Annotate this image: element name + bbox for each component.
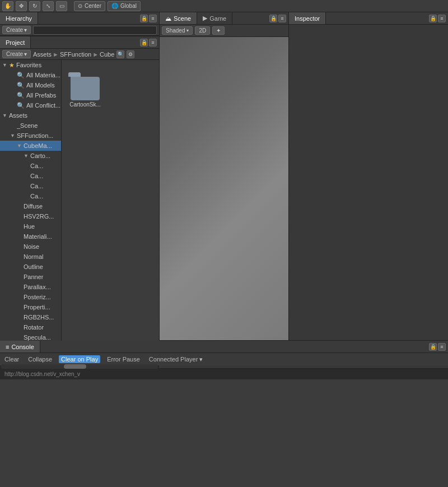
project-menu-btn[interactable]: ≡ [149,39,157,47]
inspector-menu-btn[interactable]: ≡ [438,15,446,22]
project-tab-bar: Project 🔒 ≡ [0,36,159,49]
rotate-tool-icon[interactable]: ↻ [29,1,40,11]
tree-item-ca2[interactable]: Ca... [0,171,61,181]
materiali-label: Materiali... [24,233,52,240]
properti-label: Properti... [24,304,50,310]
breadcrumb-assets[interactable]: Assets [33,51,52,58]
console-menu-btn[interactable]: ≡ [438,343,446,351]
console-tab-label: Console [11,344,34,350]
global-button[interactable]: 🌐 Global [108,1,141,11]
hierarchy-lock-btn[interactable]: 🔒 [140,15,148,22]
tab-console[interactable]: ≡ Console [0,341,40,353]
tree-item-properti[interactable]: Properti... [0,302,61,312]
breadcrumb-sffunction[interactable]: SFFunction [60,51,91,58]
tree-item-normal[interactable]: Normal [0,252,61,262]
project-create-button[interactable]: Create ▾ [2,50,31,58]
hierarchy-toolbar: Create ▾ [0,25,159,36]
tree-item-rotator[interactable]: Rotator [0,322,61,332]
tab-game[interactable]: ▶ Game [197,12,232,24]
ca2-label: Ca... [30,173,43,179]
folder-cartoonsk[interactable]: CartoonSk... [66,64,104,110]
hierarchy-menu-btn[interactable]: ≡ [149,15,157,22]
breadcrumb-cube[interactable]: Cube [100,51,114,58]
scene-panel: ⛰ Scene ▶ Game 🔒 ≡ Shaded ▾ 2D ✦ [160,12,288,340]
project-settings-btn[interactable]: ⚙ [127,50,134,58]
all-models-icon: 🔍 [17,82,25,89]
project-search-btn[interactable]: 🔍 [116,50,124,58]
tree-item-all-prefabs[interactable]: 🔍 All Prefabs [0,90,61,100]
hierarchy-search-input[interactable] [33,26,157,35]
tree-item-hue[interactable]: Hue [0,221,61,231]
tree-item-favorites[interactable]: ▼ ★ Favorites [0,60,61,70]
favorites-star-icon: ★ [9,62,15,69]
globe-icon: 🌐 [111,3,118,9]
inspector-lock-btn[interactable]: 🔒 [429,15,437,22]
scene-lock-btn[interactable]: 🔒 [269,15,277,22]
tree-item-parallax[interactable]: Parallax... [0,282,61,292]
gizmos-button[interactable]: ✦ [212,26,225,35]
noise-label: Noise [24,243,39,250]
tree-item-ca1[interactable]: Ca... [0,161,61,171]
project-toolbar: Create ▾ Assets ► SFFunction ► Cube 🔍 ⚙ [0,49,159,60]
hand-tool-icon[interactable]: ✋ [2,1,13,11]
console-collapse-button[interactable]: Collapse [26,355,54,363]
tree-item-ca3[interactable]: Ca... [0,181,61,191]
hierarchy-create-button[interactable]: Create ▾ [2,26,31,34]
gizmos-icon: ✦ [216,27,221,34]
tab-inspector[interactable]: Inspector [289,12,326,24]
assets-arrow-icon: ▼ [2,113,9,118]
console-lock-btn[interactable]: 🔒 [429,343,437,351]
tree-item-rgb2hs[interactable]: RGB2HS... [0,312,61,322]
tree-item-all-conflicts[interactable]: 🔍 All Conflict... [0,100,61,110]
shaded-dropdown[interactable]: Shaded ▾ [162,26,193,35]
tab-hierarchy[interactable]: Hierarchy [0,12,38,24]
tree-item-sffunction[interactable]: ▼ SFFunction... [0,131,61,141]
ca3-label: Ca... [30,183,43,189]
panner-label: Panner [24,273,43,280]
tree-item-panner[interactable]: Panner [0,272,61,282]
tree-item-noise[interactable]: Noise [0,242,61,252]
project-lock-btn[interactable]: 🔒 [140,39,148,47]
breadcrumb-sep1: ► [53,51,59,58]
tree-item-materiali[interactable]: Materiali... [0,231,61,242]
tree-item-ca4[interactable]: Ca... [0,191,61,201]
scene-tab-label: Scene [174,15,191,22]
project-panel: Project 🔒 ≡ Create ▾ Assets ► SFFunction… [0,36,159,369]
breadcrumb: Assets ► SFFunction ► Cube [33,51,114,58]
tab-scene[interactable]: ⛰ Scene [160,12,197,24]
cubema-label: CubeMa... [24,142,52,149]
posteriz-label: Posteriz... [24,294,51,300]
tree-item-hsv2rg[interactable]: HSV2RG... [0,211,61,221]
hierarchy-tab-extra: 🔒 ≡ [138,12,159,24]
tree-item-all-models[interactable]: 🔍 All Models [0,80,61,90]
view-2d-button[interactable]: 2D [195,26,210,35]
tree-item-carto[interactable]: ▼ Carto... [0,151,61,161]
scene-toolbar: Shaded ▾ 2D ✦ [160,25,288,37]
scale-tool-icon[interactable]: ⤡ [43,1,54,11]
console-clear-button[interactable]: Clear [2,355,21,363]
tree-item-outline[interactable]: Outline [0,262,61,272]
project-tree: ▼ ★ Favorites 🔍 All Materia... 🔍 All Mod… [0,60,62,363]
tree-item-cubema[interactable]: ▼ CubeMa... [0,141,61,151]
scene-view[interactable] [160,37,288,340]
tree-item-scene[interactable]: _Scene [0,120,61,131]
console-connected-player-button[interactable]: Connected Player ▾ [147,355,206,364]
tree-item-diffuse[interactable]: Diffuse [0,201,61,211]
tree-item-posteriz[interactable]: Posteriz... [0,292,61,302]
project-tab-extra: 🔒 ≡ [138,36,159,48]
status-url: http://blog.csdn.net/v_xchen_v [4,371,80,377]
tree-item-assets[interactable]: ▼ Assets [0,110,61,120]
tree-item-all-materials[interactable]: 🔍 All Materia... [0,70,61,80]
console-icon: ≡ [6,344,9,350]
tab-project[interactable]: Project [0,36,31,48]
center-button[interactable]: ⊙ Center [74,1,105,11]
move-tool-icon[interactable]: ✥ [16,1,27,11]
scene-menu-btn[interactable]: ≡ [278,15,286,22]
console-error-pause-button[interactable]: Error Pause [105,355,142,363]
inspector-panel: Inspector 🔒 ≡ [288,12,448,340]
all-conflicts-label: All Conflict... [26,102,60,109]
console-clear-on-play-button[interactable]: Clear on Play [59,355,100,363]
rect-tool-icon[interactable]: ▭ [56,1,67,11]
game-tab-icon: ▶ [203,15,207,22]
center-icon: ⊙ [78,3,82,9]
